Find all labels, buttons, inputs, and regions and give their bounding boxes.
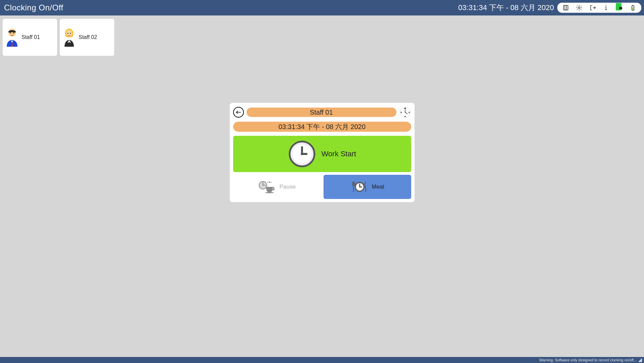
main-area: Staff 01 Staff 02 Staff 0 [0, 15, 644, 357]
svg-rect-0 [563, 5, 568, 10]
svg-text:12: 12 [404, 108, 406, 109]
network-icon [618, 5, 623, 11]
meal-clock-icon [350, 180, 368, 194]
svg-point-27 [301, 153, 303, 155]
status-chip [557, 3, 641, 13]
svg-rect-4 [619, 7, 622, 9]
svg-rect-7 [632, 7, 633, 10]
svg-point-14 [69, 42, 70, 43]
avatar-male-icon [3, 28, 22, 47]
info-icon[interactable] [602, 4, 610, 11]
svg-point-22 [404, 112, 405, 113]
pause-button: Pause [233, 175, 321, 199]
app-menu-icon[interactable] [562, 4, 569, 11]
clock-big-icon [288, 140, 316, 168]
work-start-button[interactable]: Work Start [233, 136, 411, 172]
modal-staff-name: Staff 01 [247, 108, 396, 117]
svg-point-10 [13, 32, 14, 33]
svg-rect-33 [270, 182, 271, 183]
staff-card-02[interactable]: Staff 02 [60, 19, 114, 56]
clocking-modal: Staff 01 12 3 6 9 03:31:34 下午 - 08 六月 20… [230, 103, 415, 202]
staff-card-label: Staff 01 [22, 34, 57, 40]
svg-rect-32 [269, 182, 270, 183]
meal-button[interactable]: Meal [324, 175, 411, 199]
network-status [616, 4, 623, 11]
page-title: Clocking On/Off [4, 3, 63, 12]
secondary-row: Pause Meal [233, 175, 411, 199]
pause-label: Pause [280, 184, 296, 190]
gear-icon[interactable] [575, 4, 583, 11]
avatar-female-icon [60, 28, 79, 47]
staff-card-label: Staff 02 [79, 34, 114, 40]
modal-datetime: 03:31:34 下午 - 08 六月 2020 [233, 122, 411, 132]
pause-coffee-clock-icon [258, 180, 275, 194]
svg-point-12 [67, 33, 68, 34]
topbar-datetime: 03:31:34 下午 - 08 六月 2020 [458, 3, 554, 13]
svg-rect-6 [632, 5, 633, 6]
logout-icon[interactable] [589, 4, 596, 11]
svg-point-9 [10, 32, 11, 33]
svg-point-3 [606, 5, 606, 6]
svg-rect-1 [565, 5, 567, 10]
svg-rect-31 [267, 182, 268, 183]
bottom-bar: Warning. Software only designed to recor… [0, 357, 644, 363]
svg-point-34 [265, 192, 274, 193]
staff-row: Staff 01 Staff 02 [0, 15, 644, 59]
svg-point-13 [70, 33, 71, 34]
meal-label: Meal [372, 184, 384, 190]
staff-card-01[interactable]: Staff 01 [3, 19, 57, 56]
bottom-warning: Warning. Software only designed to recor… [539, 358, 637, 362]
svg-point-2 [578, 7, 580, 8]
resize-handle-icon [639, 358, 642, 362]
work-start-label: Work Start [321, 150, 356, 158]
topbar-right: 03:31:34 下午 - 08 六月 2020 [458, 3, 641, 13]
clock-icon: 12 3 6 9 [399, 106, 411, 118]
modal-head: Staff 01 12 3 6 9 [233, 106, 411, 118]
back-button[interactable] [233, 107, 244, 118]
battery-icon [629, 4, 637, 11]
top-bar: Clocking On/Off 03:31:34 下午 - 08 六月 2020 [0, 0, 644, 15]
